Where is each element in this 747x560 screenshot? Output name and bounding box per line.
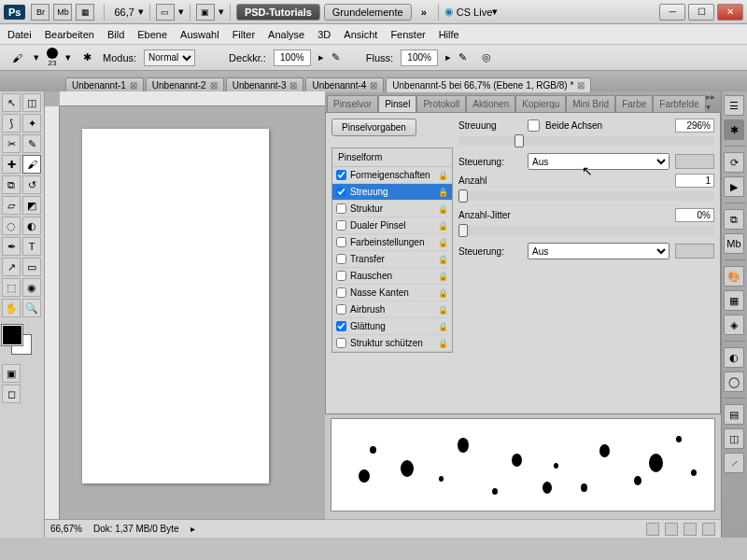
dock-brush-presets-icon[interactable]: ☰ [724,95,744,116]
quickmask-button[interactable]: ▣ [2,364,21,383]
dodge-tool[interactable]: ◐ [22,217,41,235]
stamp-tool[interactable]: ⧉ [2,175,21,194]
bridge-button[interactable]: Br [31,4,49,21]
fg-color[interactable] [2,325,22,345]
trash-icon[interactable] [702,523,715,536]
new-preset-icon[interactable] [684,523,697,536]
zoom-tool[interactable]: 🔍 [22,299,41,317]
option-checkbox[interactable] [336,271,346,281]
zoom-dropdown-icon[interactable]: ▾ [138,6,144,18]
brush-option-row[interactable]: Struktur🔒 [332,201,452,217]
brush-presets-button[interactable]: Pinselvorgaben [331,119,416,136]
lock-icon[interactable]: 🔒 [438,204,448,214]
brush-option-row[interactable]: Farbeinstellungen🔒 [332,234,452,251]
close-button[interactable]: ✕ [717,4,743,21]
opt-list-header[interactable]: Pinselform [332,148,452,167]
minimize-button[interactable]: ─ [659,4,685,21]
close-tab-icon[interactable]: ⊠ [370,80,377,91]
modus-select[interactable]: Normal [144,49,195,66]
workspace-tab-grundelemente[interactable]: Grundelemente [324,4,412,21]
fluss-dd-icon[interactable]: ▸ [445,51,451,63]
lock-icon[interactable]: 🔒 [438,339,448,348]
menu-ebene[interactable]: Ebene [137,29,167,40]
doc-tab[interactable]: Unbenannt-5 bei 66,7% (Ebene 1, RGB/8) *… [386,77,591,92]
anzahl-input[interactable] [675,174,714,188]
streuung-input[interactable] [675,119,714,133]
streuung-slider[interactable] [458,136,714,146]
menu-datei[interactable]: Datei [7,29,32,40]
panel-tab[interactable]: Mini Brid [566,95,615,112]
history-brush-tool[interactable]: ↺ [22,175,41,194]
brush-dd-icon[interactable]: ▾ [65,51,71,63]
brush-option-row[interactable]: Streuung🔒 [332,184,452,201]
lock-icon[interactable]: 🔒 [438,255,448,264]
blur-tool[interactable]: ◌ [2,217,21,235]
panel-tab[interactable]: Protokoll [416,95,466,112]
panel-tab[interactable]: Farbe [615,95,653,112]
dock-history-icon[interactable]: ⟳ [724,152,744,173]
anzahl-jitter-slider[interactable] [458,226,714,235]
workspace-more-icon[interactable]: » [421,7,427,18]
menu-bearbeiten[interactable]: Bearbeiten [45,29,94,40]
option-checkbox[interactable] [336,338,346,348]
menu-ansicht[interactable]: Ansicht [344,29,377,40]
brush-option-row[interactable]: Transfer🔒 [332,251,452,268]
menu-analyse[interactable]: Analyse [268,29,304,40]
close-tab-icon[interactable]: ⊠ [577,80,585,91]
cslive-label[interactable]: CS Live [457,7,493,18]
lock-icon[interactable]: 🔒 [438,188,448,197]
move-tool[interactable]: ↖ [2,93,21,112]
status-zoom[interactable]: 66,67% [50,524,82,534]
cslive-dd-icon[interactable]: ▾ [492,6,498,18]
shape-tool[interactable]: ▭ [22,258,41,276]
doc-tab[interactable]: Unbenannt-2⊠ [146,77,224,92]
panel-tab[interactable]: Kopierqu [515,95,566,112]
beide-achsen-checkbox[interactable] [528,119,540,132]
option-checkbox[interactable] [336,237,346,247]
view-dd-icon[interactable]: ▾ [178,6,184,18]
eyedropper-tool[interactable]: ✎ [22,134,41,153]
brush-panel-icon[interactable]: ✱ [78,51,95,63]
lock-icon[interactable]: 🔒 [438,221,448,231]
panel-foot-icon1[interactable] [646,523,659,536]
panel-foot-icon2[interactable] [665,523,678,536]
option-checkbox[interactable] [336,220,346,231]
doc-tab[interactable]: Unbenannt-3⊠ [226,77,304,92]
dock-layers-icon[interactable]: ▤ [724,404,744,425]
status-docinfo[interactable]: Dok: 1,37 MB/0 Byte [93,524,179,534]
dock-clone-icon[interactable]: ⧉ [724,209,744,230]
screen-dd-icon[interactable]: ▾ [218,6,224,18]
tablet-size-icon[interactable]: ◎ [482,51,491,63]
doc-tab[interactable]: Unbenannt-1⊠ [65,77,144,92]
airbrush-icon[interactable]: ✎ [458,51,467,63]
view-extras-button[interactable]: ▭ [156,4,175,21]
pen-tool[interactable]: ✒ [2,237,21,256]
brush-option-row[interactable]: Rauschen🔒 [332,268,452,285]
menu-3d[interactable]: 3D [317,29,331,40]
hand-tool[interactable]: ✋ [2,299,21,317]
brush-option-row[interactable]: Struktur schützen🔒 [332,335,452,352]
brush-preview[interactable]: 23 [47,48,58,67]
menu-bild[interactable]: Bild [107,29,124,40]
lock-icon[interactable]: 🔒 [438,322,448,331]
ruler-horizontal[interactable] [60,91,325,106]
panel-tab[interactable]: Aktionen [466,95,515,112]
brush-tool[interactable]: 🖌 [22,155,41,174]
menu-hilfe[interactable]: Hilfe [439,29,459,40]
steuerung-select[interactable]: Aus [528,153,669,170]
path-tool[interactable]: ↗ [2,258,21,276]
option-checkbox[interactable] [336,287,346,298]
deckkr-dd-icon[interactable]: ▸ [318,51,324,63]
close-tab-icon[interactable]: ⊠ [130,80,137,91]
option-checkbox[interactable] [336,304,346,315]
lock-icon[interactable]: 🔒 [438,305,448,315]
dock-paths-icon[interactable]: ⟋ [724,453,744,473]
dock-styles-icon[interactable]: ◈ [724,315,744,335]
gradient-tool[interactable]: ◩ [22,196,41,215]
heal-tool[interactable]: ✚ [2,155,21,174]
close-tab-icon[interactable]: ⊠ [289,80,297,91]
menu-fenster[interactable]: Fenster [390,29,425,40]
dock-actions-icon[interactable]: ▶ [724,176,744,197]
layout-button[interactable]: ▦ [76,4,94,21]
marquee-tool[interactable]: ◫ [22,93,41,112]
